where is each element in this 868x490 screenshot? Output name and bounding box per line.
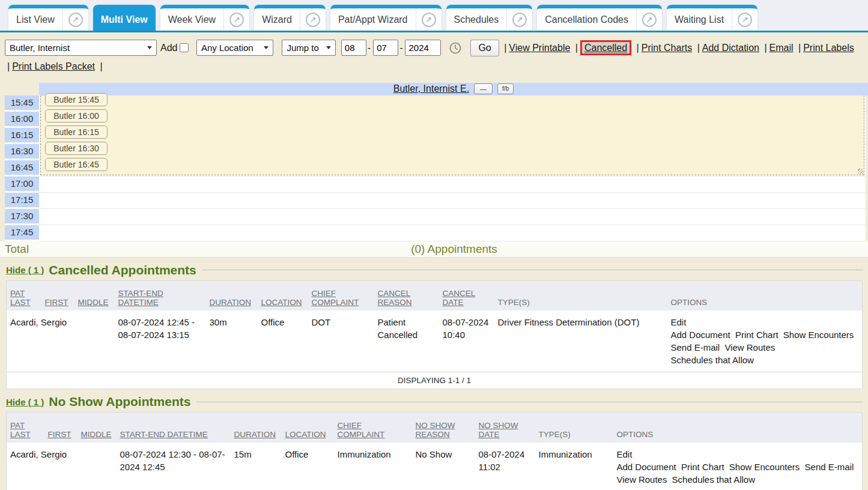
external-arrow-icon[interactable]: ↗ (422, 13, 436, 27)
sort-start-end[interactable]: START-END DATETIME (118, 289, 163, 307)
go-button[interactable]: Go (470, 40, 499, 56)
cell-patient: Acardi, Sergio (7, 443, 44, 490)
tab-cancellation-codes[interactable]: Cancellation Codes ↗ (537, 5, 662, 31)
slot-button[interactable]: Butler 16:00 (45, 109, 108, 122)
cell-location: Office (258, 310, 308, 372)
sort-location[interactable]: LOCATION (285, 430, 326, 439)
time-label: 17:30 (5, 209, 39, 225)
external-arrow-icon[interactable]: ↗ (306, 13, 320, 27)
option-link[interactable]: Schedules that Allow (671, 354, 754, 366)
sort-middle[interactable]: MIDDLE (81, 430, 112, 439)
resize-handle[interactable] (858, 169, 863, 174)
option-link[interactable]: Show Encounters (729, 461, 800, 473)
add-checkbox[interactable] (180, 43, 189, 52)
sort-chief-complaint[interactable]: CHIEF COMPLAINT (312, 289, 359, 307)
option-link[interactable]: Schedules that Allow (672, 473, 755, 486)
options-header: OPTIONS (671, 298, 708, 307)
view-printable-link[interactable]: View Printable (509, 43, 570, 53)
fb-toggle-button[interactable]: f/b (497, 83, 514, 94)
schedule-body: 15:45 16:00 16:15 16:30 16:45 17:00 17:1… (0, 95, 868, 241)
tab-list-view[interactable]: List View ↗ (8, 5, 88, 31)
col-chief-complaint: CHIEF COMPLAINT (308, 280, 374, 310)
option-link[interactable]: Send E-mail (671, 341, 720, 354)
external-arrow-icon[interactable]: ↗ (512, 13, 527, 27)
option-link[interactable]: Add Document (617, 461, 676, 473)
clock-icon[interactable] (449, 41, 462, 55)
time-label: 16:15 (5, 128, 39, 144)
external-arrow-icon[interactable]: ↗ (738, 13, 752, 27)
date-year-input[interactable] (405, 40, 441, 56)
print-charts-link[interactable]: Print Charts (642, 43, 692, 53)
hide-cancelled-link[interactable]: Hide ( 1 ) (6, 265, 44, 275)
noshow-appointments-section: Hide ( 1 ) No Show Appointments PAT LAST… (0, 395, 868, 490)
provider-header-link[interactable]: Butler, Internist E. (393, 83, 469, 94)
print-labels-link[interactable]: Print Labels (803, 43, 854, 53)
col-first: FIRST (41, 280, 74, 310)
option-link[interactable]: Edit (617, 448, 857, 461)
separator: | (575, 43, 578, 53)
option-link[interactable]: Show Encounters (783, 328, 854, 341)
schedule-slot[interactable] (39, 225, 866, 241)
add-dictation-link[interactable]: Add Dictation (702, 43, 759, 53)
option-link[interactable]: View Routes (617, 473, 667, 486)
sort-first[interactable]: FIRST (45, 298, 68, 307)
external-arrow-icon[interactable]: ↗ (229, 13, 244, 27)
slot-button[interactable]: Butler 16:45 (45, 158, 108, 171)
col-start-end: START-END DATETIME (115, 280, 206, 310)
option-link[interactable]: Print Chart (681, 461, 724, 473)
provider-select[interactable]: Butler, Internist (5, 40, 157, 56)
sort-pat-last[interactable]: PAT LAST (10, 289, 31, 307)
slot-button[interactable]: Butler 16:30 (45, 142, 108, 155)
tab-schedules[interactable]: Schedules ↗ (446, 5, 533, 31)
sort-pat-last[interactable]: PAT LAST (10, 421, 31, 439)
sort-cancel-date[interactable]: CANCEL DATE (443, 289, 476, 307)
option-link[interactable]: Edit (671, 316, 857, 328)
email-link[interactable]: Email (769, 43, 794, 53)
sort-noshow-reason[interactable]: NO SHOW REASON (416, 421, 455, 439)
cell-chief-complaint: DOT (308, 310, 374, 372)
option-link[interactable]: Send E-mail (805, 461, 854, 473)
slot-button[interactable]: Butler 16:15 (45, 126, 108, 139)
collapse-column-button[interactable]: — (474, 83, 493, 94)
schedule-slot[interactable] (39, 193, 866, 209)
sort-start-end[interactable]: START-END DATETIME (120, 430, 208, 439)
schedule-corner (5, 83, 39, 95)
tab-pat-appt-wizard[interactable]: Pat/Appt Wizard ↗ (330, 5, 442, 31)
option-link[interactable]: Add Document (671, 328, 730, 341)
tab-waiting-list[interactable]: Waiting List ↗ (667, 5, 757, 31)
date-month-input[interactable] (341, 40, 366, 56)
col-location: LOCATION (258, 280, 308, 310)
schedule-slot[interactable] (39, 209, 866, 225)
schedule-slot[interactable] (39, 177, 866, 193)
sort-first[interactable]: FIRST (48, 430, 71, 439)
jump-to-select[interactable]: Jump to (282, 40, 336, 56)
option-link[interactable]: Print Chart (735, 328, 778, 341)
tab-label: Pat/Appt Wizard (330, 14, 416, 25)
sort-duration[interactable]: DURATION (234, 430, 276, 439)
sort-chief-complaint[interactable]: CHIEF COMPLAINT (338, 421, 385, 439)
sort-cancel-reason[interactable]: CANCEL REASON (378, 289, 412, 307)
external-arrow-icon[interactable]: ↗ (642, 13, 657, 27)
location-select[interactable]: Any Location (196, 40, 273, 56)
sort-middle[interactable]: MIDDLE (78, 298, 109, 307)
cancelled-link-highlighted[interactable]: Cancelled (580, 40, 631, 55)
tab-week-view[interactable]: Week View ↗ (160, 5, 249, 31)
option-link[interactable]: View Routes (724, 341, 775, 354)
slot-button[interactable]: Butler 15:45 (45, 93, 108, 106)
date-day-input[interactable] (373, 40, 398, 56)
separator: | (7, 61, 10, 71)
tab-multi-view[interactable]: Multi View (93, 5, 156, 31)
time-label: 17:45 (5, 225, 39, 241)
sort-duration[interactable]: DURATION (210, 298, 252, 307)
sort-noshow-date[interactable]: NO SHOW DATE (479, 421, 518, 439)
hide-noshow-link[interactable]: Hide ( 1 ) (6, 397, 44, 407)
cell-noshow-date: 08-07-2024 11:02 (475, 443, 535, 490)
col-middle: MIDDLE (77, 413, 117, 443)
col-cancel-reason: CANCEL REASON (374, 280, 439, 310)
sort-location[interactable]: LOCATION (261, 298, 302, 307)
print-labels-packet-link[interactable]: Print Labels Packet (12, 61, 95, 71)
external-arrow-icon[interactable]: ↗ (68, 13, 83, 27)
cell-start-end: 08-07-2024 12:30 - 08-07-2024 12:45 (117, 443, 231, 490)
cell-chief-complaint: Immunization (334, 443, 412, 490)
tab-wizard[interactable]: Wizard ↗ (254, 5, 326, 31)
